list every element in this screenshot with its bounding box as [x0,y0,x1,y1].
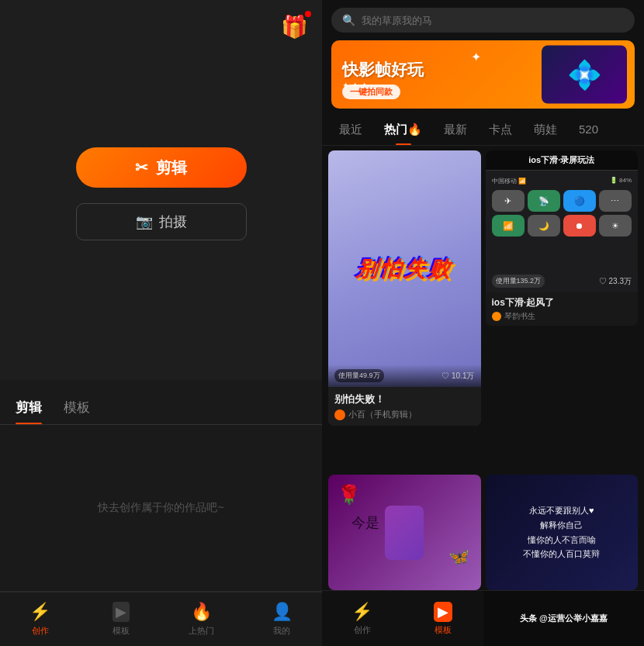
play-icon: ▶ [113,602,130,622]
user-icon: 👤 [272,602,293,622]
play-icon-right: ▶ [434,602,452,622]
left-empty-state: 快去创作属于你的作品吧~ [0,425,322,591]
small-card-2[interactable]: 永远不要跟别人♥解释你自己懂你的人不言而喻不懂你的人百口莫辩 [486,475,639,590]
watermark-text: 头条 @运营公举小嘉嘉 [520,613,608,624]
camera-icon: 📷 [136,213,153,230]
tab-latest[interactable]: 最新 [433,115,478,145]
right-bottom-nav: ⚡ 创作 ▶ 模板 头条 @运营公举小嘉嘉 [322,590,644,646]
gift-icon[interactable]: 🎁 [281,14,308,40]
flowers-bg: 🌹 今是 🦋 [328,475,481,590]
left-bottom-nav: ⚡ 创作 ▶ 模板 🔥 上热门 👤 我的 [0,592,322,646]
tab-bar: 最近 热门🔥 最新 卡点 萌娃 520 [322,115,644,146]
right-column: ios下滑·录屏玩法 中国移动 📶 🔋 84% ✈ 📡 🔵 ⋯ [486,150,639,326]
left-actions: ✂ 剪辑 📷 拍摄 [76,124,247,256]
flower-icon: 🌹 [338,484,361,506]
card2-top-label: ios下滑·录屏玩法 [486,150,639,171]
right-nav-template[interactable]: ▶ 模板 [403,591,483,646]
quote-text: 永远不要跟别人♥解释你自己懂你的人不言而喻不懂你的人百口莫辩 [523,503,600,561]
card2-likes: ♡ 23.3万 [599,276,632,287]
left-nav-mine[interactable]: 👤 我的 [241,592,322,646]
card1-author: 小百（手机剪辑） [334,409,475,420]
lightning-icon-right: ⚡ [351,602,372,622]
card1-title: 别怕失败！ [334,392,475,406]
card2-author: 琴韵书生 [492,311,632,322]
small-card-1[interactable]: 🌹 今是 🦋 [328,475,481,590]
star-icon: ✦ [471,50,481,64]
card1-text: 别怕失败 [355,254,454,284]
tab-recent[interactable]: 最近 [328,115,373,145]
video-card-2[interactable]: ios下滑·录屏玩法 中国移动 📶 🔋 84% ✈ 📡 🔵 ⋯ [486,150,639,326]
left-tab-bar: 剪辑 模板 [0,388,322,425]
tab-beat[interactable]: 卡点 [478,115,523,145]
left-preview: 🎁 ✂ 剪辑 📷 拍摄 [0,0,322,380]
quote-bg: 永远不要跟别人♥解释你自己懂你的人不言而喻不懂你的人百口莫辩 [486,475,639,590]
tab-template[interactable]: 模板 [64,399,90,420]
left-nav-hot[interactable]: 🔥 上热门 [161,592,242,646]
card1-usage: 使用量49.9万 [334,369,384,382]
banner-subtitle: 一键拍同款 [342,85,400,99]
search-icon: 🔍 [342,14,355,26]
right-nav-create[interactable]: ⚡ 创作 [322,591,403,646]
tab-520[interactable]: 520 [568,115,609,145]
card2-usage: 使用量135.2万 [492,275,545,288]
card1-info: 别怕失败！ 小百（手机剪辑） [328,387,481,426]
video-card-1[interactable]: 别怕失败 使用量49.9万 ♡ 10.1万 别怕失败！ 小百（手机剪辑） [328,150,481,426]
left-nav-create[interactable]: ⚡ 创作 [0,592,81,646]
card1-likes: ♡ 10.1万 [441,371,474,382]
scissors-icon: ✂ [135,158,148,177]
tab-cute[interactable]: 萌娃 [523,115,568,145]
butterfly-icon: 🦋 [448,547,469,567]
text-decoration: 今是 [351,513,379,532]
card2-info: ios下滑·起风了 琴韵书生 [486,292,639,326]
tab-edit[interactable]: 剪辑 [16,399,42,420]
lightning-icon: ⚡ [29,602,50,622]
search-input[interactable] [362,15,624,26]
banner[interactable]: 快影帧好玩 ✦ ✦ ✦ 一键拍同款 💠 ✦ [331,40,635,109]
banner-title: 快影帧好玩 [342,59,424,81]
right-nav-extra: 头条 @运营公举小嘉嘉 [483,591,645,646]
card2-title: ios下滑·起风了 [492,296,632,309]
edit-button[interactable]: ✂ 剪辑 [76,147,247,188]
fire-icon: 🔥 [191,602,212,622]
left-panel: 🎁 ✂ 剪辑 📷 拍摄 剪辑 模板 快去创作属于你的作品吧~ ⚡ [0,0,322,646]
shoot-button[interactable]: 📷 拍摄 [76,203,247,240]
banner-right-graphic: 💠 [542,46,627,104]
ios-mock: 中国移动 📶 🔋 84% ✈ 📡 🔵 ⋯ 📶 🌙 ⏺ ☀ [486,171,639,271]
tab-hot[interactable]: 热门🔥 [373,115,433,145]
glass-element [385,506,424,560]
right-panel: 🔍 快影帧好玩 ✦ ✦ ✦ 一键拍同款 💠 ✦ 最近 热门🔥 最新 卡点 萌娃 … [322,0,644,646]
left-nav-template[interactable]: ▶ 模板 [81,592,161,646]
search-bar: 🔍 [331,8,635,33]
